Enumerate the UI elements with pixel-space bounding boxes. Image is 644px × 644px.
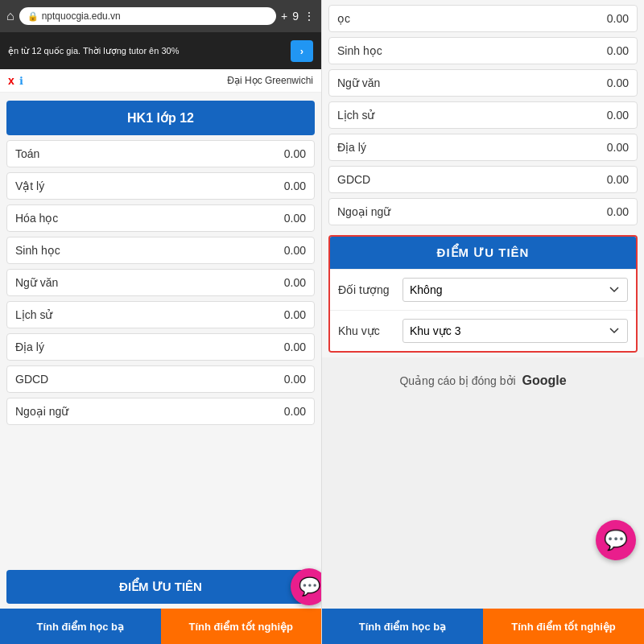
- score-row[interactable]: Địa lý 0.00: [6, 333, 315, 361]
- right-score-label: Sinh học: [337, 44, 382, 57]
- messenger-fab-left[interactable]: 💬: [291, 568, 322, 605]
- hk-button[interactable]: HK1 lớp 12: [6, 101, 315, 135]
- ad-banner-button[interactable]: ›: [291, 40, 313, 62]
- score-label: Toán: [15, 147, 39, 160]
- right-score-row[interactable]: Ngữ văn 0.00: [328, 69, 638, 97]
- right-score-value: 0.00: [607, 109, 629, 122]
- ad-area: Quảng cáo bị đóng bởi Google 💬: [322, 357, 644, 609]
- right-bottom-buttons: Tính điểm học bạ Tính điểm tốt nghiệp: [322, 609, 644, 644]
- score-label: Ngữ văn: [15, 276, 58, 289]
- score-value: 0.00: [284, 212, 306, 225]
- score-row[interactable]: Toán 0.00: [6, 140, 315, 167]
- score-label: Lịch sử: [15, 308, 52, 321]
- right-panel: ọc 0.00 Sinh học 0.00 Ngữ văn 0.00 Lịch …: [322, 0, 644, 644]
- right-score-row[interactable]: ọc 0.00: [328, 5, 638, 32]
- ad-banner-text: ện từ 12 quốc gia. Thời lượng tutor ên 3…: [8, 45, 291, 56]
- score-label: Ngoại ngữ: [15, 405, 68, 418]
- score-row[interactable]: Vật lý 0.00: [6, 172, 315, 200]
- browser-actions: + 9 ⋮: [281, 10, 315, 23]
- right-score-value: 0.00: [607, 205, 629, 218]
- khu-vuc-select[interactable]: Khu vực 1 Khu vực 2 Khu vực 3 Khu vực 4: [402, 319, 628, 343]
- right-score-label: Ngữ văn: [337, 76, 380, 89]
- site-name: Đại Học Greenwichi: [28, 75, 313, 86]
- ad-banner: ện từ 12 quốc gia. Thời lượng tutor ên 3…: [0, 32, 321, 69]
- doi-tuong-row: Đối tượng Không Ưu tiên 1 Ưu tiên 2: [330, 269, 636, 310]
- score-label: Địa lý: [15, 341, 44, 353]
- score-value: 0.00: [284, 276, 306, 289]
- score-row[interactable]: Ngoại ngữ 0.00: [6, 398, 315, 425]
- right-score-label: GDCD: [337, 173, 370, 186]
- score-value: 0.00: [284, 405, 306, 418]
- right-score-value: 0.00: [607, 76, 629, 89]
- right-score-row[interactable]: Ngoại ngữ 0.00: [328, 198, 638, 225]
- right-tinh-diem-tot-nghiep-button[interactable]: Tính điểm tốt nghiệp: [483, 609, 644, 644]
- browser-bar: ⌂ 🔒 nptquocgia.edu.vn + 9 ⋮: [0, 0, 321, 32]
- close-button[interactable]: x: [8, 74, 14, 87]
- menu-button[interactable]: ⋮: [303, 10, 315, 23]
- right-score-value: 0.00: [607, 173, 629, 186]
- doi-tuong-label: Đối tượng: [338, 283, 402, 296]
- score-row[interactable]: Hóa học 0.00: [6, 204, 315, 232]
- score-value: 0.00: [284, 147, 306, 160]
- right-score-value: 0.00: [607, 44, 629, 57]
- diem-uu-tien-header: ĐIỂM ƯU TIÊN: [330, 237, 636, 269]
- scores-list: Toán 0.00 Vật lý 0.00 Hóa học 0.00 Sinh …: [0, 140, 321, 564]
- page-header: x ℹ Đại Học Greenwichi: [0, 69, 321, 93]
- right-score-row[interactable]: Địa lý 0.00: [328, 134, 638, 161]
- score-label: Sinh học: [15, 244, 60, 257]
- info-icon[interactable]: ℹ: [19, 75, 23, 87]
- diem-uu-tien-box: ĐIỂM ƯU TIÊN Đối tượng Không Ưu tiên 1 Ư…: [328, 235, 638, 353]
- google-brand: Google: [522, 374, 566, 387]
- score-value: 0.00: [284, 308, 306, 321]
- doi-tuong-select[interactable]: Không Ưu tiên 1 Ưu tiên 2: [402, 278, 628, 302]
- right-tinh-diem-hoc-ba-button[interactable]: Tính điểm học bạ: [322, 609, 483, 644]
- tinh-diem-hoc-ba-button[interactable]: Tính điểm học bạ: [0, 609, 161, 644]
- add-tab-button[interactable]: +: [281, 10, 287, 23]
- right-score-label: ọc: [337, 12, 350, 25]
- score-value: 0.00: [284, 244, 306, 257]
- score-label: Vật lý: [15, 180, 44, 192]
- home-icon[interactable]: ⌂: [6, 9, 14, 23]
- score-row[interactable]: GDCD 0.00: [6, 365, 315, 393]
- address-bar[interactable]: 🔒 nptquocgia.edu.vn: [19, 7, 276, 25]
- messenger-fab-right[interactable]: 💬: [596, 520, 636, 560]
- diem-uu-tien-button[interactable]: ĐIỂM ƯU TIÊN 💬: [6, 570, 315, 604]
- khu-vuc-label: Khu vực: [338, 324, 402, 337]
- bottom-buttons: Tính điểm học bạ Tính điểm tốt nghiệp: [0, 609, 321, 644]
- score-value: 0.00: [284, 373, 306, 386]
- score-value: 0.00: [284, 341, 306, 353]
- score-row[interactable]: Ngữ văn 0.00: [6, 269, 315, 296]
- right-score-label: Ngoại ngữ: [337, 205, 390, 218]
- khu-vuc-row: Khu vực Khu vực 1 Khu vực 2 Khu vực 3 Kh…: [330, 310, 636, 351]
- score-row[interactable]: Lịch sử 0.00: [6, 301, 315, 328]
- tab-count-badge[interactable]: 9: [292, 10, 299, 23]
- score-label: Hóa học: [15, 212, 58, 225]
- ad-area-text: Quảng cáo bị đóng bởi Google: [399, 374, 566, 388]
- right-score-row[interactable]: GDCD 0.00: [328, 166, 638, 193]
- score-value: 0.00: [284, 180, 306, 192]
- right-scores-list: ọc 0.00 Sinh học 0.00 Ngữ văn 0.00 Lịch …: [322, 0, 644, 230]
- right-score-row[interactable]: Lịch sử 0.00: [328, 101, 638, 129]
- right-score-row[interactable]: Sinh học 0.00: [328, 37, 638, 64]
- score-label: GDCD: [15, 373, 48, 386]
- tinh-diem-tot-nghiep-button[interactable]: Tính điểm tốt nghiệp: [161, 609, 322, 644]
- lock-icon: 🔒: [27, 11, 39, 22]
- right-score-value: 0.00: [607, 141, 629, 154]
- url-text: nptquocgia.edu.vn: [42, 10, 121, 22]
- right-score-label: Địa lý: [337, 141, 366, 154]
- score-row[interactable]: Sinh học 0.00: [6, 237, 315, 264]
- right-score-value: 0.00: [607, 12, 629, 25]
- left-panel: ⌂ 🔒 nptquocgia.edu.vn + 9 ⋮ ện từ 12 quố…: [0, 0, 322, 644]
- right-score-label: Lịch sử: [337, 109, 374, 122]
